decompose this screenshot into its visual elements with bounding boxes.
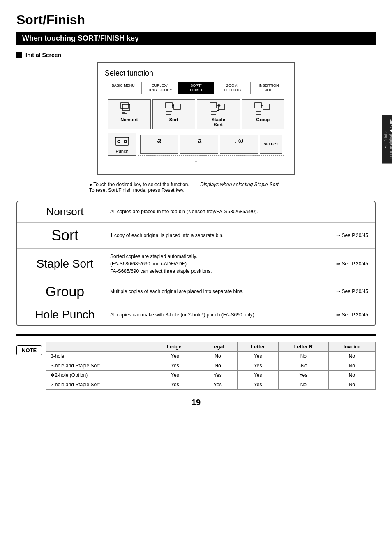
punch-button[interactable]: Punch	[108, 133, 136, 156]
tab-insertion[interactable]: INSERTIONJOB	[251, 82, 287, 94]
function-row-sort: Sort 1 copy of each original is placed i…	[17, 223, 375, 249]
staple-sort-icon	[199, 102, 238, 117]
nonsort-label: Nonsort	[110, 117, 149, 122]
svg-rect-1	[122, 104, 130, 110]
sort-button[interactable]: Sort	[152, 99, 196, 129]
svg-rect-21	[263, 104, 270, 109]
note-cell-r3-c4: No	[279, 380, 329, 389]
function-desc-group: Multiple copies of each original are pla…	[110, 288, 332, 295]
note-cell-r2-c0: ✽2-hole (Option)	[46, 370, 152, 380]
svg-rect-11	[210, 103, 217, 108]
note-cell-r0-c1: Yes	[152, 351, 198, 361]
note-col-header-ledger: Ledger	[152, 342, 198, 351]
tab-basic-menu[interactable]: BASIC MENU	[105, 82, 142, 94]
section-divider	[16, 334, 376, 336]
function-name-staple-sort: Staple Sort	[24, 257, 106, 270]
function-name-nonsort: Nonsort	[24, 205, 106, 218]
button-grid: Nonsort Sort	[105, 97, 287, 168]
note-col-header-letter: Letter	[238, 342, 279, 351]
staple-sort-button[interactable]: StapleSort	[197, 99, 240, 129]
function-table: Nonsort All copies are placed in the top…	[16, 201, 376, 326]
function-desc-sort: 1 copy of each original is placed into a…	[110, 232, 332, 239]
function-desc-hole-punch: All copies can make with 3-hole (or 2-ho…	[110, 311, 332, 318]
group-button[interactable]: Group	[242, 99, 285, 129]
note-col-header-blank	[46, 342, 152, 351]
note-cell-r2-c1: Yes	[152, 370, 198, 380]
side-tab: Duplex/Original ▶ CopySort/Finish	[382, 115, 392, 164]
function-row-group: Group Multiple copies of each original a…	[17, 279, 375, 304]
note-cell-r1-c4: ·No	[279, 361, 329, 370]
function-row-hole-punch: Hole Punch All copies can make with 3-ho…	[17, 304, 375, 325]
note-label: NOTE	[16, 345, 42, 355]
overlay-btn-omega[interactable]: , ω	[220, 135, 258, 154]
menu-tabs: BASIC MENU DUPLEX/ORIG.→COPY SORT/FINISH…	[105, 82, 287, 94]
function-row-nonsort: Nonsort All copies are placed in the top…	[17, 201, 375, 223]
punch-row: Punch a a , ω SELECT	[108, 131, 284, 156]
note-table-row: 3-hole and Staple SortYesNoYes·NoNo	[46, 361, 376, 370]
nonsort-button[interactable]: Nonsort	[108, 99, 151, 129]
note-cell-r1-c3: Yes	[238, 361, 279, 370]
note-cell-r1-c1: Yes	[152, 361, 198, 370]
note-cell-r0-c4: No	[279, 351, 329, 361]
note-col-header-legal: Legal	[198, 342, 238, 351]
note-cell-r0-c0: 3-hole	[46, 351, 152, 361]
note-section: NOTE Ledger Legal Letter Letter R Invoic…	[16, 342, 376, 390]
select-function-label: Select function	[105, 69, 287, 78]
caption-touch-text: ● Touch the desired key to select the fu…	[89, 182, 189, 193]
note-col-header-letter-r: Letter R	[279, 342, 329, 351]
note-cell-r2-c4: Yes	[279, 370, 329, 380]
function-name-group: Group	[24, 284, 106, 300]
staple-sort-label: StapleSort	[199, 117, 238, 127]
tab-zoom[interactable]: ZOOM/EFFECTS	[214, 82, 251, 94]
note-table-row: 2-hole and Staple SortYesYesYesNoNo	[46, 380, 376, 389]
nonsort-icon	[110, 102, 149, 117]
black-square-icon	[16, 52, 22, 58]
select-button[interactable]: SELECT	[260, 135, 282, 154]
svg-rect-0	[121, 103, 128, 108]
overlay-btn-a1[interactable]: a	[140, 135, 178, 154]
note-cell-r2-c5: No	[328, 370, 375, 380]
function-desc-staple-sort: Sorted copies are stapled automatically.…	[110, 253, 332, 275]
note-cell-r3-c1: Yes	[152, 380, 198, 389]
note-cell-r3-c3: Yes	[238, 380, 279, 389]
note-col-header-invoice: Invoice	[328, 342, 375, 351]
note-cell-r0-c2: No	[198, 351, 238, 361]
svg-rect-6	[174, 104, 180, 109]
note-cell-r3-c0: 2-hole and Staple Sort	[46, 380, 152, 389]
page-number: 19	[16, 398, 376, 407]
caption-right: Displays when selecting Staple Sort.	[200, 182, 303, 187]
note-cell-r1-c0: 3-hole and Staple Sort	[46, 361, 152, 370]
note-table-row: 3-holeYesNoYesNoNo	[46, 351, 376, 361]
function-name-sort: Sort	[24, 227, 106, 244]
sort-icon	[154, 102, 194, 117]
svg-rect-20	[255, 103, 261, 108]
note-cell-r3-c2: Yes	[198, 380, 238, 389]
initial-screen-label: Initial Screen	[16, 52, 376, 58]
group-label: Group	[244, 117, 283, 122]
staple-sort-arrow: ↑	[108, 159, 284, 166]
note-cell-r2-c3: Yes	[238, 370, 279, 380]
caption-left: ● Touch the desired key to select the fu…	[89, 182, 192, 193]
sort-button-row: Nonsort Sort	[108, 99, 284, 129]
overlay-btn-a2[interactable]: a	[180, 135, 218, 154]
note-cell-r0-c3: Yes	[238, 351, 279, 361]
svg-rect-5	[166, 103, 172, 108]
function-name-hole-punch: Hole Punch	[24, 308, 106, 321]
note-table: Ledger Legal Letter Letter R Invoice 3-h…	[46, 342, 376, 390]
ui-mockup: Select function BASIC MENU DUPLEX/ORIG.→…	[97, 62, 295, 175]
sort-label: Sort	[154, 117, 194, 122]
tab-sort-finish[interactable]: SORT/FINISH	[178, 82, 214, 94]
caption-area: ● Touch the desired key to select the fu…	[89, 182, 303, 193]
svg-point-28	[118, 140, 120, 143]
function-ref-group: ⇒ See P.20/45	[336, 288, 368, 294]
punch-icon	[110, 136, 134, 149]
tab-duplex[interactable]: DUPLEX/ORIG.→COPY	[142, 82, 178, 94]
overlay-buttons-area: a a , ω SELECT	[138, 133, 284, 156]
svg-point-29	[124, 140, 127, 143]
note-cell-r1-c5: No	[328, 361, 375, 370]
group-icon	[244, 102, 283, 117]
punch-label: Punch	[110, 149, 134, 154]
function-ref-staple-sort: ⇒ See P.20/45	[336, 261, 368, 267]
note-table-row: ✽2-hole (Option)YesYesYesYesNo	[46, 370, 376, 380]
note-cell-r0-c5: No	[328, 351, 375, 361]
